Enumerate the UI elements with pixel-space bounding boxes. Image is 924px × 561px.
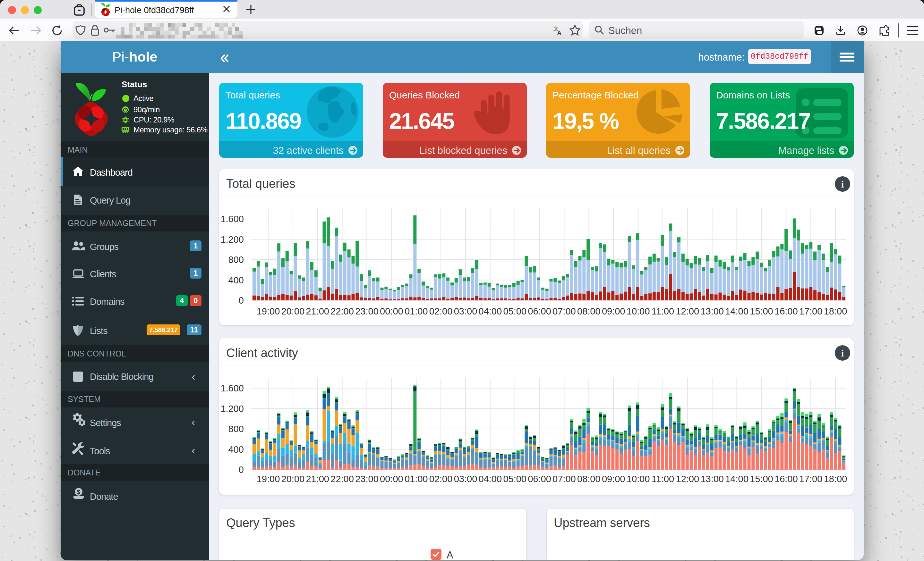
svg-text:02:00: 02:00 xyxy=(429,474,453,484)
svg-text:19:00: 19:00 xyxy=(256,474,280,484)
svg-text:1.200: 1.200 xyxy=(220,404,244,414)
svg-text:05:00: 05:00 xyxy=(503,474,526,484)
svg-text:400: 400 xyxy=(228,444,244,455)
svg-text:07:00: 07:00 xyxy=(552,306,576,316)
svg-text:19:00: 19:00 xyxy=(256,306,280,316)
svg-text:11:00: 11:00 xyxy=(652,474,674,484)
svg-text:17:00: 17:00 xyxy=(799,474,823,484)
svg-text:23:00: 23:00 xyxy=(355,306,379,316)
svg-text:03:00: 03:00 xyxy=(454,306,477,316)
svg-text:14:00: 14:00 xyxy=(725,306,748,316)
svg-text:10:00: 10:00 xyxy=(627,474,650,484)
svg-text:$: $ xyxy=(77,489,80,495)
svg-text:18:00: 18:00 xyxy=(824,306,848,316)
svg-text:20:00: 20:00 xyxy=(281,306,305,316)
svg-text:800: 800 xyxy=(228,424,244,434)
svg-text:800: 800 xyxy=(228,254,244,265)
svg-text:18:00: 18:00 xyxy=(824,474,848,484)
svg-text:12:00: 12:00 xyxy=(676,306,699,316)
svg-text:21:00: 21:00 xyxy=(306,306,329,316)
svg-text:15:00: 15:00 xyxy=(750,474,773,484)
svg-text:20:00: 20:00 xyxy=(281,474,305,484)
svg-text:00:00: 00:00 xyxy=(380,306,403,316)
svg-text:09:00: 09:00 xyxy=(602,474,625,484)
svg-text:22:00: 22:00 xyxy=(330,306,354,316)
svg-text:16:00: 16:00 xyxy=(774,474,798,484)
svg-text:A: A xyxy=(557,30,561,36)
svg-text:09:00: 09:00 xyxy=(602,306,625,316)
svg-text:15:00: 15:00 xyxy=(750,306,773,316)
svg-text:12:00: 12:00 xyxy=(676,474,699,484)
svg-text:05:00: 05:00 xyxy=(503,306,526,316)
svg-text:21:00: 21:00 xyxy=(306,474,329,484)
svg-text:16:00: 16:00 xyxy=(774,306,798,316)
svg-text:06:00: 06:00 xyxy=(528,306,551,316)
svg-text:01:00: 01:00 xyxy=(405,474,428,484)
svg-text:07:00: 07:00 xyxy=(552,474,576,484)
svg-text:03:00: 03:00 xyxy=(454,474,477,484)
svg-text:1.200: 1.200 xyxy=(220,234,244,245)
svg-text:13:00: 13:00 xyxy=(700,474,724,484)
svg-text:11:00: 11:00 xyxy=(652,306,674,316)
svg-text:1.600: 1.600 xyxy=(220,383,244,393)
svg-text:0: 0 xyxy=(239,465,244,475)
svg-text:08:00: 08:00 xyxy=(577,306,601,316)
svg-text:400: 400 xyxy=(228,275,244,285)
svg-text:02:00: 02:00 xyxy=(429,306,453,316)
svg-text:0: 0 xyxy=(239,295,244,305)
svg-text:01:00: 01:00 xyxy=(405,306,428,316)
svg-text:04:00: 04:00 xyxy=(478,474,502,484)
svg-text:06:00: 06:00 xyxy=(528,474,551,484)
svg-text:14:00: 14:00 xyxy=(725,474,748,484)
svg-text:23:00: 23:00 xyxy=(355,474,379,484)
svg-text:22:00: 22:00 xyxy=(330,474,354,484)
svg-text:1.600: 1.600 xyxy=(220,214,244,224)
svg-text:13:00: 13:00 xyxy=(700,306,724,316)
svg-text:08:00: 08:00 xyxy=(577,474,601,484)
svg-text:04:00: 04:00 xyxy=(478,306,502,316)
svg-text:00:00: 00:00 xyxy=(380,474,403,484)
svg-text:17:00: 17:00 xyxy=(799,306,823,316)
svg-text:10:00: 10:00 xyxy=(627,306,650,316)
